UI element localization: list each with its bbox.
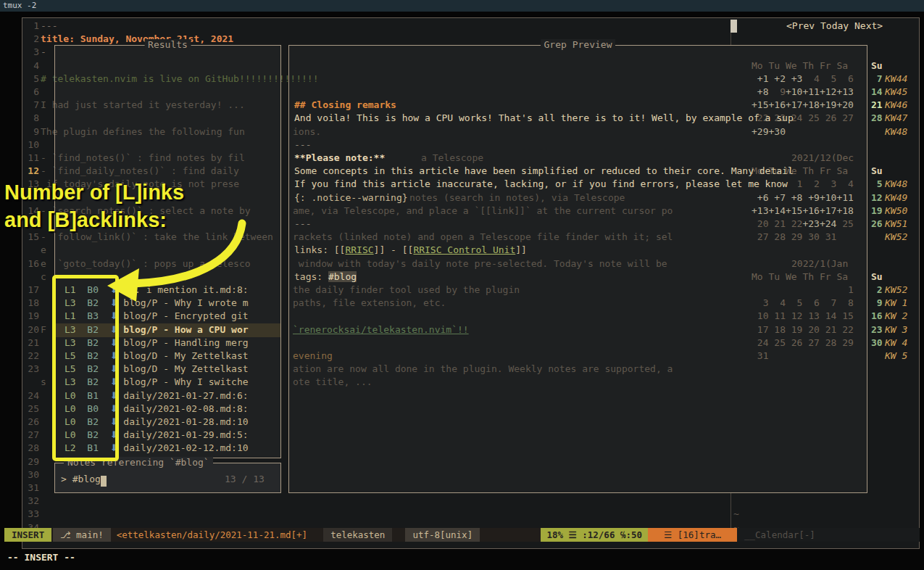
plugin-name-badge: telekasten [323, 528, 392, 542]
vim-command-line: -- INSERT -- [7, 552, 75, 563]
preview-line: **Please note:** [294, 152, 385, 165]
preview-line: --- [294, 139, 311, 152]
whitespace-warning-badge: ☰ [16]tra… [648, 528, 737, 542]
preview-line: --- [294, 218, 311, 231]
preview-line: And voila! This is how a CPU works! That… [294, 112, 794, 125]
preview-line: ## Closing remarks [294, 99, 396, 112]
annotation-highlight-box [52, 275, 119, 461]
results-window-title: Results [144, 39, 191, 51]
statusline: INSERT ⎇ main! <ettelkasten/daily/2021-1… [4, 528, 920, 542]
preview-line: {: .notice--warning} [294, 191, 408, 205]
terminal-screen: tmux -2 12345678910111213141516171819202… [0, 0, 924, 570]
cursor-position-ruler: 18% ☰ :12/66 ℅:50 [541, 528, 648, 542]
text-cursor [101, 476, 107, 487]
current-file-path: <ettelkasten/daily/2021-11-21.md[+] [111, 528, 313, 542]
preview-line: tags: #blog [294, 270, 357, 284]
preview-line: If you find this article inaccurate, lac… [294, 178, 788, 191]
annotation-text-line1: Number of [L]inks [4, 181, 184, 205]
file-encoding: utf-8[unix] [405, 528, 480, 542]
calendar-window-status: __Calendar[-] [737, 528, 920, 542]
preview-line: links: [[RRISC]] - [[RRISC Control Unit]… [294, 244, 527, 257]
search-prompt-input[interactable]: > #blog [61, 474, 101, 484]
grep-preview-title: Grep Preview [541, 39, 616, 51]
mode-indicator: INSERT [4, 528, 51, 542]
preview-line: Some concepts in this article have been … [294, 165, 794, 178]
git-branch-indicator: ⎇ main! [53, 528, 111, 542]
result-count: 13 / 13 [225, 474, 265, 484]
